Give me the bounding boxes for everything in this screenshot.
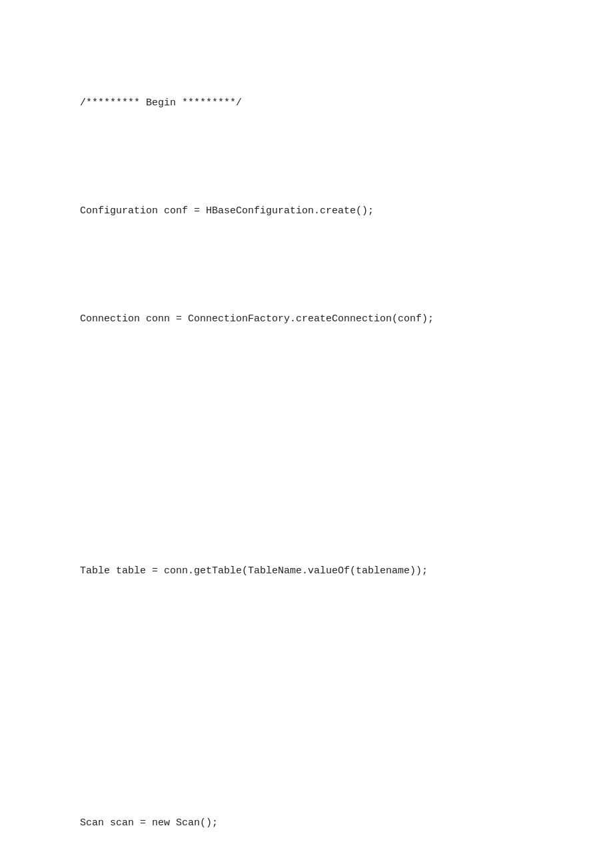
- code-line-3: Connection conn = ConnectionFactory.crea…: [27, 310, 586, 328]
- code-line-4: Table table = conn.getTable(TableName.va…: [27, 562, 586, 580]
- code-block: /********* Begin *********/ Configuratio…: [0, 27, 613, 868]
- code-line-2: Configuration conf = HBaseConfiguration.…: [27, 202, 586, 220]
- code-line-5: Scan scan = new Scan();: [27, 814, 586, 832]
- code-line-1: /********* Begin *********/: [27, 94, 586, 112]
